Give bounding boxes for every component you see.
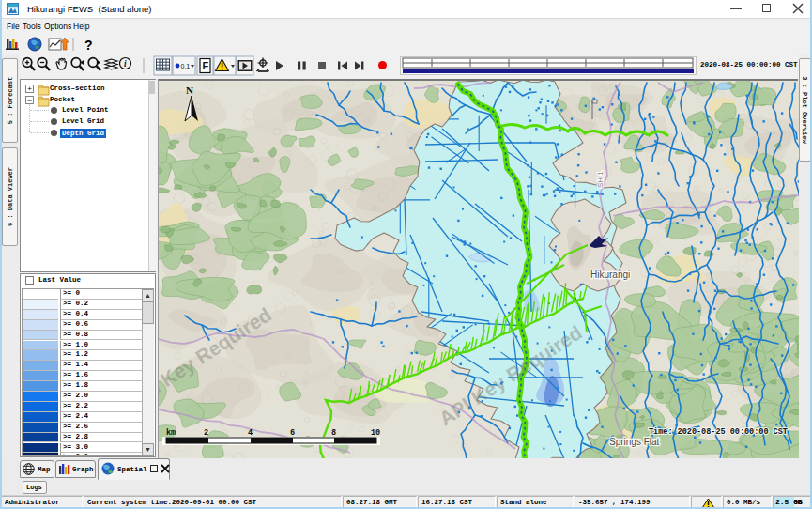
svg-text:4: 4 [248, 428, 253, 438]
svg-text:?: ? [84, 38, 93, 52]
svg-text:0.1: 0.1 [181, 63, 191, 69]
svg-text:10: 10 [371, 428, 380, 438]
svg-text:2: 2 [204, 428, 208, 438]
svg-text:km: km [166, 428, 176, 438]
svg-text:8: 8 [331, 428, 336, 438]
svg-text:Springs Flat: Springs Flat [609, 437, 660, 447]
svg-text:N: N [186, 85, 193, 96]
svg-text:F: F [203, 60, 209, 71]
svg-text:i: i [124, 59, 127, 69]
svg-text:Hikurangi: Hikurangi [590, 270, 630, 280]
svg-text:Time: 2020-08-25 00:00:00 CST: Time: 2020-08-25 00:00:00 CST [649, 427, 788, 437]
svg-text:6: 6 [290, 428, 295, 438]
svg-text:SH 1: SH 1 [596, 171, 605, 188]
